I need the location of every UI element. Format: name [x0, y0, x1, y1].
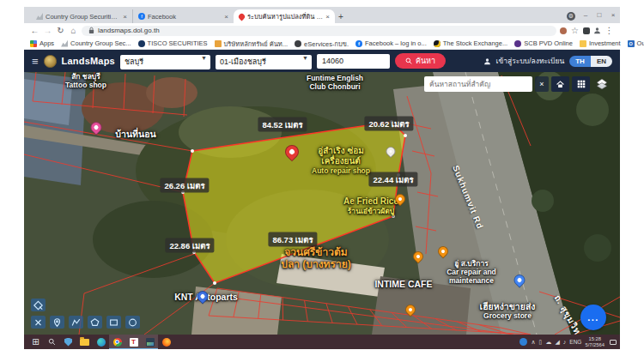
taskbar-app-trading[interactable]: T	[125, 335, 142, 349]
bookmark-item[interactable]: TISCO SECURITIES	[138, 39, 208, 47]
teams-icon[interactable]	[519, 338, 527, 346]
place-label-funtime-english-club[interactable]: Funtime EnglishClub Chonburi	[307, 74, 363, 91]
place-label-intime-cafe[interactable]: INTIME CAFE	[374, 279, 432, 289]
taskbar-app-chrome[interactable]	[109, 335, 125, 349]
taskbar-app-edge[interactable]	[93, 335, 109, 349]
map-area[interactable]: 84.52 เมตร20.62 เมตร26.26 เมตร22.44 เมตร…	[24, 72, 620, 335]
bed-shop-pin[interactable]	[91, 122, 102, 133]
onedrive-icon[interactable]: ☁	[545, 339, 551, 345]
grocery-pin[interactable]	[514, 275, 526, 286]
volume-icon[interactable]: ♪	[563, 339, 567, 345]
browser-tab[interactable]: fFacebook×	[132, 9, 234, 23]
keyboard-language[interactable]: ENG	[569, 339, 581, 345]
search-button[interactable]: ค้นหา	[395, 53, 446, 69]
district-select[interactable]: 01-เมืองชลบุรี	[216, 55, 312, 69]
close-tool[interactable]	[31, 316, 46, 329]
knt-autoparts-pin[interactable]	[197, 291, 209, 302]
home-view-button[interactable]	[551, 76, 569, 92]
bookmark-item[interactable]: OOutlook – free pers...	[628, 39, 644, 47]
extensions-icon[interactable]	[583, 27, 590, 34]
circle-tool[interactable]	[125, 316, 140, 329]
tab-close-icon[interactable]: ×	[325, 13, 330, 21]
menu-dots-icon[interactable]: ⋮	[605, 27, 614, 35]
map-search-input[interactable]	[424, 76, 532, 92]
ae-fried-rice-pin[interactable]	[395, 194, 405, 204]
draw-tool[interactable]	[31, 299, 46, 311]
browser-tab[interactable]: ระบบค้นหารูปแปลงที่ดิน (LandsMa...×	[234, 9, 335, 23]
bookmark-item[interactable]: fFacebook – log in o...	[355, 39, 427, 47]
cafe-pin-2[interactable]	[405, 305, 416, 315]
home-icon[interactable]: ⌂	[69, 27, 78, 35]
taskbar-app-photos[interactable]	[142, 335, 158, 349]
grid-view-button[interactable]	[572, 76, 590, 92]
notification-center-icon[interactable]	[610, 340, 617, 345]
tray-expand-icon[interactable]: ∧	[531, 339, 535, 345]
taskbar-app-search[interactable]	[44, 335, 60, 349]
pin-shape	[404, 303, 418, 317]
hamburger-menu-icon[interactable]: ≡	[32, 56, 39, 67]
layers-button[interactable]	[592, 76, 611, 92]
bookmark-item[interactable]: Apps	[30, 39, 54, 47]
browser-tab[interactable]: Country Group Securities Publi×	[31, 9, 132, 23]
lang-th-button[interactable]: TH	[569, 56, 591, 67]
tab-close-icon[interactable]: ×	[224, 13, 228, 21]
auto-repair-pin[interactable]	[386, 147, 396, 156]
province-select[interactable]: ชลบุรี	[120, 55, 210, 69]
maximize-button[interactable]: □	[592, 8, 606, 21]
clear-search-icon[interactable]: ×	[535, 76, 549, 92]
taskbar-app-defender[interactable]	[60, 335, 76, 349]
browser-window: Country Group Securities Publi×fFacebook…	[24, 7, 620, 335]
defender-icon	[64, 338, 72, 347]
cafe-pin-1[interactable]	[413, 251, 423, 262]
place-label-car-repair[interactable]: อู่ ส.บริการCar repair andmaintenance	[447, 259, 496, 285]
browser-profile-icon[interactable]: ⚙	[567, 12, 575, 21]
place-label-tattoo-shop[interactable]: สัก ชลบุรีTattoo shop	[65, 72, 106, 89]
address-bar[interactable]: landsmaps.dol.go.th	[82, 26, 556, 36]
draw-layers-icon	[33, 300, 44, 311]
url-text: landsmaps.dol.go.th	[98, 27, 160, 34]
circle-icon	[127, 317, 138, 328]
bookmark-item[interactable]: SCB PVD Online	[514, 39, 573, 47]
place-label-rice-porridge-restaurant[interactable]: จวนศรีข้าวต้มปลา (บางทราย)	[281, 246, 350, 270]
bookmark-item[interactable]: Country Group Sec...	[61, 39, 131, 47]
more-actions-fab[interactable]: ...	[580, 305, 606, 330]
profile-icon[interactable]	[593, 27, 601, 34]
taskbar-app-start[interactable]: ⊞	[27, 335, 44, 349]
road-label-sukhumvit-rd: Sukhumvit Rd	[451, 164, 485, 231]
minimize-button[interactable]: –	[579, 8, 592, 21]
taskbar-app-explorer[interactable]	[76, 335, 93, 349]
pin-shape	[436, 244, 451, 259]
marker-tool[interactable]	[50, 316, 64, 329]
food-pin[interactable]	[438, 246, 448, 256]
polygon-tool[interactable]	[88, 316, 102, 329]
tab-close-icon[interactable]: ×	[123, 13, 127, 21]
rectangle-tool[interactable]	[106, 316, 121, 329]
network-icon[interactable]: ◢	[555, 339, 559, 345]
clock[interactable]: 15:28 5/7/2564	[585, 336, 605, 347]
login-link[interactable]: เข้าสู่ระบบ/ลงทะเบียน	[496, 55, 565, 67]
extension-icon[interactable]	[560, 27, 567, 34]
battery-icon[interactable]: ▯	[539, 339, 543, 345]
place-label-grocery-store[interactable]: เฮียหง่าขายส่งGrocery store	[480, 301, 536, 320]
new-tab-button[interactable]: +	[335, 10, 347, 22]
reload-icon[interactable]: ↻	[56, 27, 65, 35]
place-label-bed-shop[interactable]: บ้านที่นอน	[115, 129, 155, 139]
bookmark-item[interactable]: Investment	[580, 39, 621, 47]
bookmark-item[interactable]: eServices-กบข.	[295, 39, 349, 49]
place-label-ae-fried-rice[interactable]: Ae Fried Riceร้านเอ๋ข้าวผัดปู	[343, 196, 398, 215]
bookmark-item[interactable]: The Stock Exchange...	[434, 39, 507, 47]
taskbar-app-firefox[interactable]	[158, 335, 174, 349]
bookmark-star-icon[interactable]: ☆	[570, 27, 580, 35]
lock-icon	[88, 27, 95, 34]
bookmark-item[interactable]: บริษัทหลักทรัพย์ คันท...	[215, 39, 289, 49]
place-label-auto-repair-shop[interactable]: อู่สำเริง ซ่อมเครื่องยนต์Auto repair sho…	[312, 146, 370, 175]
lang-en-button[interactable]: EN	[591, 56, 612, 67]
forward-icon[interactable]: →	[43, 27, 52, 35]
pin-shape	[195, 288, 210, 304]
chart-icon	[36, 13, 43, 20]
selected-parcel-pin[interactable]	[285, 145, 299, 159]
close-button[interactable]: ×	[606, 8, 620, 21]
parcel-number-input[interactable]	[317, 54, 390, 69]
polyline-tool[interactable]	[69, 316, 83, 329]
back-icon[interactable]: ←	[30, 27, 39, 35]
